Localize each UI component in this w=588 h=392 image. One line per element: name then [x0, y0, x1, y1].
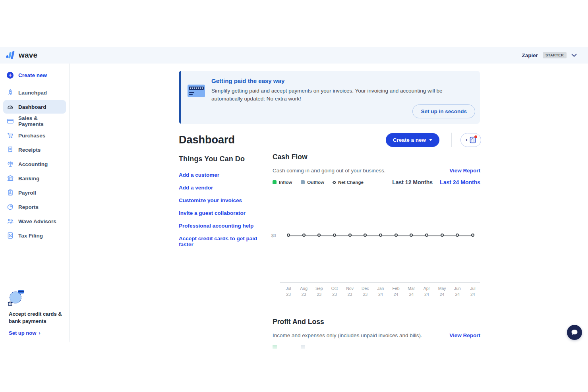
vertical-divider: [451, 133, 452, 147]
page-header: Dashboard Create a new ‹: [179, 133, 481, 147]
inflow-swatch-icon: [273, 180, 277, 184]
profit-and-loss-widget: Profit And Loss Income and expenses only…: [273, 318, 480, 349]
pnl-title: Profit And Loss: [273, 318, 480, 326]
pnl-swatch-icon: [273, 345, 277, 349]
rocket-icon: [6, 89, 14, 97]
sidebar-promo: Accept credit cards & bank payments Set …: [0, 290, 70, 336]
sidebar-create-new[interactable]: + Create new: [3, 68, 66, 82]
x-axis-tick: Dec23: [360, 286, 371, 297]
data-point-marker: [317, 234, 321, 237]
create-a-new-button[interactable]: Create a new: [386, 133, 439, 147]
sidebar-create-new-label: Create new: [18, 72, 47, 78]
x-axis-tick: May24: [437, 286, 448, 297]
x-axis-tick: Sep23: [313, 286, 325, 297]
sidebar-item-label: Tax Filing: [18, 233, 43, 239]
sidebar-item-label: Launchpad: [18, 90, 47, 96]
pie-chart-icon: [6, 203, 14, 211]
sidebar-item-label: Accounting: [18, 161, 48, 167]
net-change-markers: [283, 234, 478, 237]
sidebar-item-dashboard[interactable]: Dashboard: [3, 100, 66, 114]
sidebar-item-wave-advisors[interactable]: Wave Advisors: [3, 214, 66, 228]
sidebar-item-receipts[interactable]: Receipts: [3, 143, 66, 156]
pnl-legend-fragment: [273, 345, 480, 349]
cash-flow-widget: Cash Flow Cash coming in and going out o…: [273, 153, 480, 269]
bank-icon: [6, 175, 14, 182]
x-axis-labels: Jul23 Aug23 Sep23 Oct23: [283, 286, 478, 297]
y-axis-zero-label: $0: [271, 233, 276, 238]
cash-flow-chart: $0: [273, 185, 480, 269]
pnl-view-report-link[interactable]: View Report: [449, 332, 480, 338]
page-actions: Create a new ‹: [386, 133, 481, 147]
sidebar-item-accounting[interactable]: Accounting: [3, 157, 66, 171]
outflow-swatch-icon: [301, 180, 305, 184]
things-link[interactable]: Customize your invoices: [179, 197, 270, 203]
credit-card-icon: [6, 118, 14, 125]
net-change-diamond-icon: [333, 180, 337, 184]
legend-outflow: Outflow: [301, 180, 324, 185]
promo-setup-link[interactable]: Set up now ›: [9, 330, 64, 336]
things-link[interactable]: Professional accounting help: [179, 223, 270, 229]
setup-in-seconds-button[interactable]: Set up in seconds: [412, 104, 475, 118]
balance-scale-icon: [6, 160, 14, 168]
account-menu[interactable]: Zapier STARTER: [518, 50, 581, 61]
sidebar-item-purchases[interactable]: Purchases: [3, 129, 66, 142]
data-point-marker: [364, 234, 367, 237]
data-point-marker: [471, 234, 474, 237]
data-point-marker: [379, 234, 382, 237]
chevron-right-icon: ›: [39, 330, 40, 336]
cash-flow-subrow: Cash coming in and going out of your bus…: [273, 168, 480, 174]
checklist-panel-button[interactable]: ‹: [460, 133, 481, 147]
sidebar-item-launchpad[interactable]: Launchpad: [3, 86, 66, 99]
payroll-clipboard-icon: [6, 189, 14, 197]
people-icon: [6, 218, 14, 225]
legend-net-change: Net Change: [333, 180, 364, 185]
x-axis-tick: Jul23: [283, 286, 294, 297]
wave-logo[interactable]: wave: [6, 50, 37, 60]
data-point-marker: [456, 234, 459, 237]
app-window: wave Zapier STARTER + Create new Launchp…: [0, 0, 588, 392]
speech-bubble-icon: [571, 329, 578, 336]
payments-banner: Getting paid the easy way Simplify getti…: [179, 71, 480, 124]
things-link[interactable]: Invite a guest collaborator: [179, 210, 270, 216]
chevron-down-icon: [571, 54, 577, 57]
main-content: Getting paid the easy way Simplify getti…: [70, 64, 588, 342]
x-axis-tick: Aug23: [298, 286, 309, 297]
cash-flow-view-report-link[interactable]: View Report: [449, 168, 480, 174]
range-last-12-months[interactable]: Last 12 Months: [392, 179, 433, 185]
sidebar-item-banking[interactable]: Banking: [3, 172, 66, 185]
sidebar-item-payroll[interactable]: Payroll: [3, 186, 66, 199]
plan-badge: STARTER: [543, 52, 567, 58]
speedometer-icon: [6, 103, 14, 111]
things-link[interactable]: Add a customer: [179, 172, 270, 178]
sidebar: + Create new Launchpad Dashboard Sales &…: [0, 64, 70, 342]
sidebar-item-sales-payments[interactable]: Sales & Payments: [3, 114, 66, 128]
banner-body: Simplify getting paid and accept payment…: [211, 87, 469, 102]
sidebar-item-label: Reports: [18, 204, 39, 210]
promo-title: Accept credit cards & bank payments: [9, 311, 64, 324]
page-title: Dashboard: [179, 134, 235, 146]
sidebar-item-label: Payroll: [18, 190, 36, 196]
tax-percent-icon: [6, 232, 14, 239]
sidebar-item-tax-filing[interactable]: Tax Filing: [3, 229, 66, 242]
banner-accent-stripe: [179, 71, 181, 124]
x-axis-tick: Nov23: [344, 286, 356, 297]
data-point-marker: [410, 234, 413, 237]
things-link[interactable]: Add a vendor: [179, 185, 270, 191]
sidebar-item-reports[interactable]: Reports: [3, 200, 66, 214]
x-axis-tick: Apr24: [421, 286, 432, 297]
credit-card-illustration-icon: [187, 83, 206, 100]
sidebar-item-label: Dashboard: [18, 104, 46, 110]
x-axis-tick: Jul24: [467, 286, 478, 297]
x-axis-tick: Oct23: [329, 286, 340, 297]
shopping-cart-icon: [6, 132, 14, 139]
banner-title: Getting paid the easy way: [211, 77, 284, 84]
sidebar-item-label: Sales & Payments: [18, 115, 63, 127]
sidebar-item-label: Purchases: [18, 133, 45, 139]
wave-logo-icon: [6, 50, 16, 60]
chat-launcher-button[interactable]: [567, 325, 582, 340]
data-point-marker: [287, 234, 290, 237]
things-link[interactable]: Accept credit cards to get paid faster: [179, 236, 270, 247]
range-last-24-months[interactable]: Last 24 Months: [440, 179, 480, 185]
things-you-can-do: Things You Can Do Add a customer Add a v…: [179, 155, 270, 254]
chevron-left-icon: ‹: [466, 137, 467, 142]
